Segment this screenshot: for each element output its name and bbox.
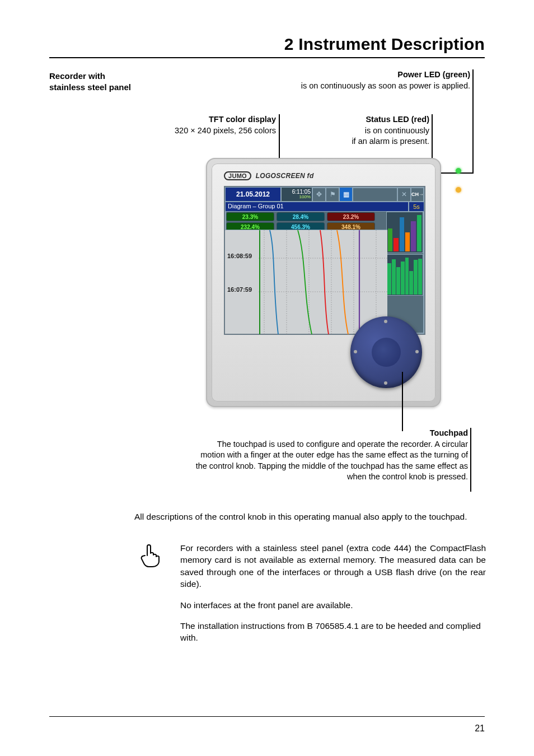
callout-status-led: Status LED (red) is on continuously if a… [317, 114, 429, 147]
callout-tft: TFT color display 320 × 240 pixels, 256 … [153, 114, 276, 136]
brand-model: LOGOSCREEN fd [256, 172, 314, 180]
body-paragraph: All descriptions of the control knob in … [134, 511, 486, 522]
note-p2: No interfaces at the front panel are ava… [180, 599, 486, 611]
side-label: Recorder with stainless steel panel [49, 71, 133, 94]
footer-rule [49, 716, 485, 717]
touchpad[interactable] [350, 316, 422, 388]
device-brand: JUMO LOGOSCREEN fd [224, 171, 314, 180]
leader-line [472, 69, 474, 174]
note-p3: The installation instructions from B 706… [180, 620, 486, 644]
chapter-title: 2 Instrument Description [49, 35, 485, 58]
tool-icon[interactable]: ✕ [397, 187, 411, 202]
table-icon[interactable]: ▦ [339, 187, 353, 202]
note-p1: For recorders with a stainless steel pan… [180, 542, 486, 590]
callout-status-led-text2: if an alarm is present. [352, 137, 429, 146]
recorder-bezel: JUMO LOGOSCREEN fd 21.05.2012 6:11:05 10… [212, 164, 435, 402]
bar-group [386, 254, 423, 296]
hand-pointer-icon [134, 542, 166, 653]
value-badge: 23.2% [327, 212, 375, 221]
note-block: For recorders with a stainless steel pan… [134, 542, 486, 653]
power-led [456, 168, 461, 174]
value-badge: 23.3% [226, 212, 274, 221]
note-text: For recorders with a stainless steel pan… [180, 542, 486, 653]
callout-touchpad-title: Touchpad [430, 428, 468, 437]
screen-group-label: Diagram – Group 01 [225, 202, 409, 212]
screen-time: 6:11:05 100% [281, 187, 312, 202]
trend-lines [225, 230, 387, 334]
value-badge: 28.4% [277, 212, 325, 221]
screen-date: 21.05.2012 [225, 187, 281, 202]
callout-status-led-title: Status LED (red) [366, 115, 429, 124]
brand-logo: JUMO [224, 171, 251, 180]
toolbar-spacer [353, 187, 397, 202]
callout-status-led-text1: is on continuously [365, 126, 429, 135]
nav-icon[interactable]: ✥ [312, 187, 326, 202]
callout-tft-title: TFT color display [209, 115, 276, 124]
screen-battery: 100% [299, 195, 311, 199]
flag-icon[interactable]: ⚑ [326, 187, 339, 202]
tft-screen[interactable]: 21.05.2012 6:11:05 100% ✥ ⚑ ▦ ✕ CH→ Diag… [224, 186, 425, 335]
channel-icon[interactable]: CH→ [411, 187, 424, 202]
callout-power-led-text: is on continuously as soon as power is a… [301, 81, 470, 90]
callout-tft-text: 320 × 240 pixels, 256 colors [175, 126, 276, 135]
leader-line [402, 372, 403, 431]
trend-chart: 16:08:59 16:07:59 [225, 230, 387, 334]
leader-line [470, 428, 471, 492]
callout-power-led-title: Power LED (green) [397, 70, 470, 79]
callout-touchpad: Touchpad The touchpad is used to configu… [194, 428, 468, 483]
page-number: 21 [475, 724, 485, 734]
bar-group [386, 212, 423, 253]
callout-touchpad-text: The touchpad is used to configure and op… [196, 440, 468, 482]
callout-power-led: Power LED (green) is on continuously as … [263, 69, 470, 91]
recorder-device: JUMO LOGOSCREEN fd 21.05.2012 6:11:05 10… [206, 158, 441, 407]
status-led [456, 187, 461, 193]
time-label: 16:07:59 [227, 286, 252, 293]
screen-refresh: 5s [409, 202, 424, 212]
time-label: 16:08:59 [227, 253, 252, 259]
